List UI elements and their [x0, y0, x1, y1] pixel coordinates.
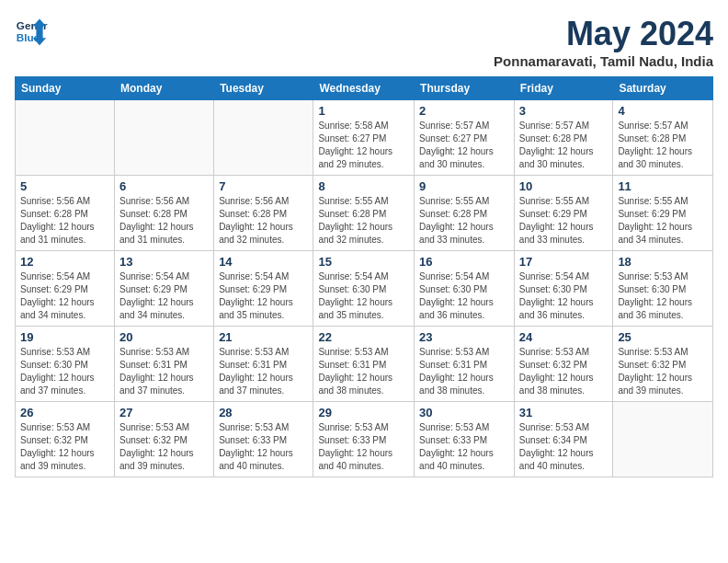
day-info: Sunrise: 5:53 AM Sunset: 6:32 PM Dayligh…	[519, 346, 609, 397]
day-number: 20	[119, 330, 209, 344]
calendar-day-cell: 2Sunrise: 5:57 AM Sunset: 6:27 PM Daylig…	[415, 100, 515, 176]
weekday-header-cell: Tuesday	[214, 77, 313, 100]
day-info: Sunrise: 5:54 AM Sunset: 6:30 PM Dayligh…	[519, 270, 609, 322]
month-year-title: May 2024	[494, 15, 713, 53]
calendar-day-cell: 17Sunrise: 5:54 AM Sunset: 6:30 PM Dayli…	[514, 251, 613, 327]
calendar-day-cell: 14Sunrise: 5:54 AM Sunset: 6:29 PM Dayli…	[214, 251, 313, 327]
calendar-day-cell: 7Sunrise: 5:56 AM Sunset: 6:28 PM Daylig…	[214, 176, 313, 251]
day-info: Sunrise: 5:53 AM Sunset: 6:32 PM Dayligh…	[119, 421, 209, 473]
calendar-day-cell: 13Sunrise: 5:54 AM Sunset: 6:29 PM Dayli…	[114, 251, 213, 327]
day-info: Sunrise: 5:55 AM Sunset: 6:28 PM Dayligh…	[419, 195, 509, 247]
calendar-day-cell: 10Sunrise: 5:55 AM Sunset: 6:29 PM Dayli…	[514, 176, 613, 251]
calendar-week-row: 1Sunrise: 5:58 AM Sunset: 6:27 PM Daylig…	[16, 100, 713, 176]
calendar-day-cell: 8Sunrise: 5:55 AM Sunset: 6:28 PM Daylig…	[313, 176, 415, 251]
day-number: 23	[419, 330, 509, 344]
weekday-header-cell: Sunday	[16, 77, 115, 100]
calendar-day-cell: 31Sunrise: 5:53 AM Sunset: 6:34 PM Dayli…	[514, 402, 613, 477]
day-info: Sunrise: 5:54 AM Sunset: 6:29 PM Dayligh…	[119, 270, 209, 322]
day-info: Sunrise: 5:53 AM Sunset: 6:33 PM Dayligh…	[318, 421, 409, 473]
calendar-table: SundayMondayTuesdayWednesdayThursdayFrid…	[15, 76, 713, 477]
day-info: Sunrise: 5:56 AM Sunset: 6:28 PM Dayligh…	[119, 195, 209, 247]
day-info: Sunrise: 5:54 AM Sunset: 6:29 PM Dayligh…	[219, 270, 308, 322]
calendar-day-cell: 20Sunrise: 5:53 AM Sunset: 6:31 PM Dayli…	[114, 327, 213, 402]
day-number: 28	[219, 406, 308, 419]
calendar-week-row: 12Sunrise: 5:54 AM Sunset: 6:29 PM Dayli…	[16, 251, 713, 327]
day-number: 2	[419, 104, 509, 118]
day-info: Sunrise: 5:53 AM Sunset: 6:31 PM Dayligh…	[119, 346, 209, 397]
weekday-header-cell: Friday	[514, 77, 613, 100]
calendar-week-row: 5Sunrise: 5:56 AM Sunset: 6:28 PM Daylig…	[16, 176, 713, 251]
calendar-day-cell	[613, 402, 713, 477]
day-number: 29	[318, 406, 409, 419]
day-info: Sunrise: 5:53 AM Sunset: 6:34 PM Dayligh…	[519, 421, 609, 473]
day-number: 27	[119, 406, 209, 419]
weekday-header-cell: Wednesday	[313, 77, 415, 100]
day-number: 9	[419, 179, 509, 193]
calendar-day-cell: 6Sunrise: 5:56 AM Sunset: 6:28 PM Daylig…	[114, 176, 213, 251]
day-info: Sunrise: 5:57 AM Sunset: 6:28 PM Dayligh…	[519, 120, 609, 171]
day-info: Sunrise: 5:57 AM Sunset: 6:27 PM Dayligh…	[419, 120, 509, 171]
day-number: 7	[219, 179, 308, 193]
calendar-day-cell: 24Sunrise: 5:53 AM Sunset: 6:32 PM Dayli…	[514, 327, 613, 402]
logo: General Blue	[15, 15, 48, 48]
day-info: Sunrise: 5:54 AM Sunset: 6:30 PM Dayligh…	[318, 270, 409, 322]
logo-icon: General Blue	[15, 15, 48, 48]
calendar-day-cell: 15Sunrise: 5:54 AM Sunset: 6:30 PM Dayli…	[313, 251, 415, 327]
day-number: 8	[318, 179, 409, 193]
calendar-day-cell: 21Sunrise: 5:53 AM Sunset: 6:31 PM Dayli…	[214, 327, 313, 402]
day-number: 19	[20, 330, 109, 344]
weekday-header-row: SundayMondayTuesdayWednesdayThursdayFrid…	[16, 77, 713, 100]
day-number: 6	[119, 179, 209, 193]
day-info: Sunrise: 5:55 AM Sunset: 6:29 PM Dayligh…	[618, 195, 708, 247]
day-info: Sunrise: 5:54 AM Sunset: 6:29 PM Dayligh…	[20, 270, 109, 322]
day-number: 22	[318, 330, 409, 344]
day-number: 4	[618, 104, 708, 118]
day-number: 11	[618, 179, 708, 193]
day-number: 12	[20, 255, 109, 269]
day-number: 1	[318, 104, 409, 118]
day-info: Sunrise: 5:53 AM Sunset: 6:30 PM Dayligh…	[20, 346, 109, 397]
day-info: Sunrise: 5:56 AM Sunset: 6:28 PM Dayligh…	[20, 195, 109, 247]
calendar-day-cell: 1Sunrise: 5:58 AM Sunset: 6:27 PM Daylig…	[313, 100, 415, 176]
day-number: 30	[419, 406, 509, 419]
day-number: 25	[618, 330, 708, 344]
calendar-day-cell: 4Sunrise: 5:57 AM Sunset: 6:28 PM Daylig…	[613, 100, 713, 176]
day-info: Sunrise: 5:54 AM Sunset: 6:30 PM Dayligh…	[419, 270, 509, 322]
day-info: Sunrise: 5:53 AM Sunset: 6:32 PM Dayligh…	[20, 421, 109, 473]
day-info: Sunrise: 5:58 AM Sunset: 6:27 PM Dayligh…	[318, 120, 409, 171]
calendar-week-row: 19Sunrise: 5:53 AM Sunset: 6:30 PM Dayli…	[16, 327, 713, 402]
day-number: 31	[519, 406, 609, 419]
calendar-day-cell	[114, 100, 213, 176]
page-header: General Blue May 2024 Ponnamaravati, Tam…	[15, 15, 713, 69]
day-number: 14	[219, 255, 308, 269]
calendar-day-cell: 25Sunrise: 5:53 AM Sunset: 6:32 PM Dayli…	[613, 327, 713, 402]
day-info: Sunrise: 5:56 AM Sunset: 6:28 PM Dayligh…	[219, 195, 308, 247]
day-info: Sunrise: 5:55 AM Sunset: 6:28 PM Dayligh…	[318, 195, 409, 247]
calendar-day-cell: 16Sunrise: 5:54 AM Sunset: 6:30 PM Dayli…	[415, 251, 515, 327]
day-info: Sunrise: 5:53 AM Sunset: 6:31 PM Dayligh…	[318, 346, 409, 397]
calendar-day-cell: 9Sunrise: 5:55 AM Sunset: 6:28 PM Daylig…	[415, 176, 515, 251]
calendar-day-cell: 3Sunrise: 5:57 AM Sunset: 6:28 PM Daylig…	[514, 100, 613, 176]
day-info: Sunrise: 5:53 AM Sunset: 6:30 PM Dayligh…	[618, 270, 708, 322]
calendar-day-cell: 19Sunrise: 5:53 AM Sunset: 6:30 PM Dayli…	[16, 327, 115, 402]
day-number: 18	[618, 255, 708, 269]
calendar-day-cell: 5Sunrise: 5:56 AM Sunset: 6:28 PM Daylig…	[16, 176, 115, 251]
calendar-day-cell: 12Sunrise: 5:54 AM Sunset: 6:29 PM Dayli…	[16, 251, 115, 327]
calendar-day-cell: 28Sunrise: 5:53 AM Sunset: 6:33 PM Dayli…	[214, 402, 313, 477]
title-block: May 2024 Ponnamaravati, Tamil Nadu, Indi…	[494, 15, 713, 69]
calendar-day-cell: 22Sunrise: 5:53 AM Sunset: 6:31 PM Dayli…	[313, 327, 415, 402]
day-number: 13	[119, 255, 209, 269]
day-number: 5	[20, 179, 109, 193]
calendar-day-cell: 26Sunrise: 5:53 AM Sunset: 6:32 PM Dayli…	[16, 402, 115, 477]
weekday-header-cell: Monday	[114, 77, 213, 100]
calendar-day-cell: 11Sunrise: 5:55 AM Sunset: 6:29 PM Dayli…	[613, 176, 713, 251]
day-info: Sunrise: 5:53 AM Sunset: 6:31 PM Dayligh…	[219, 346, 308, 397]
day-number: 3	[519, 104, 609, 118]
calendar-day-cell: 18Sunrise: 5:53 AM Sunset: 6:30 PM Dayli…	[613, 251, 713, 327]
calendar-day-cell: 23Sunrise: 5:53 AM Sunset: 6:31 PM Dayli…	[415, 327, 515, 402]
day-info: Sunrise: 5:53 AM Sunset: 6:33 PM Dayligh…	[219, 421, 308, 473]
day-number: 26	[20, 406, 109, 419]
calendar-week-row: 26Sunrise: 5:53 AM Sunset: 6:32 PM Dayli…	[16, 402, 713, 477]
weekday-header-cell: Thursday	[415, 77, 515, 100]
day-number: 15	[318, 255, 409, 269]
